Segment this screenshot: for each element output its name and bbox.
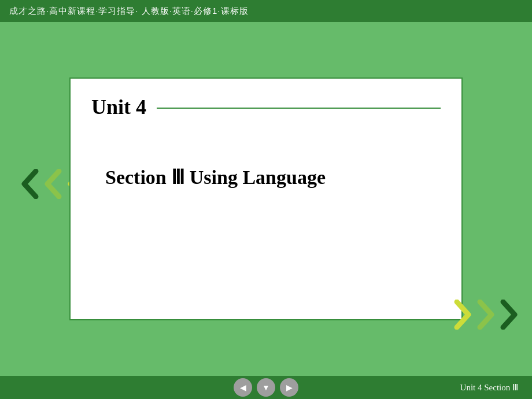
section-row: Section Ⅲ Using Language — [71, 119, 461, 189]
chevron-left-icon — [19, 169, 39, 199]
bottom-bar-inner: ◀ ▼ ▶ Unit 4 Section Ⅲ — [14, 382, 518, 393]
content-card: Unit 4 Section Ⅲ Using Language — [69, 77, 463, 320]
nav-down-button[interactable]: ▼ — [257, 378, 275, 397]
top-bar-text: 成才之路·高中新课程·学习指导· 人教版·英语·必修1·课标版 — [9, 6, 249, 17]
unit-row: Unit 4 — [71, 79, 461, 119]
unit-title: Unit 4 — [91, 95, 146, 119]
chevron-right-icon-3 — [500, 300, 520, 330]
main-area: Unit 4 Section Ⅲ Using Language — [0, 22, 532, 376]
chevron-left-icon-2 — [42, 169, 62, 199]
bottom-bar: ◀ ▼ ▶ Unit 4 Section Ⅲ — [0, 376, 532, 399]
nav-prev-button[interactable]: ◀ — [234, 378, 252, 397]
top-bar: 成才之路·高中新课程·学习指导· 人教版·英语·必修1·课标版 — [0, 0, 532, 22]
unit-line — [157, 108, 441, 109]
chevron-right-icon — [453, 300, 474, 330]
section-title: Section Ⅲ Using Language — [105, 165, 326, 189]
deco-right — [453, 300, 520, 330]
nav-buttons: ◀ ▼ ▶ — [234, 378, 298, 397]
nav-next-button[interactable]: ▶ — [280, 378, 298, 397]
bottom-label: Unit 4 Section Ⅲ — [460, 382, 518, 393]
chevron-right-icon-2 — [476, 300, 497, 330]
